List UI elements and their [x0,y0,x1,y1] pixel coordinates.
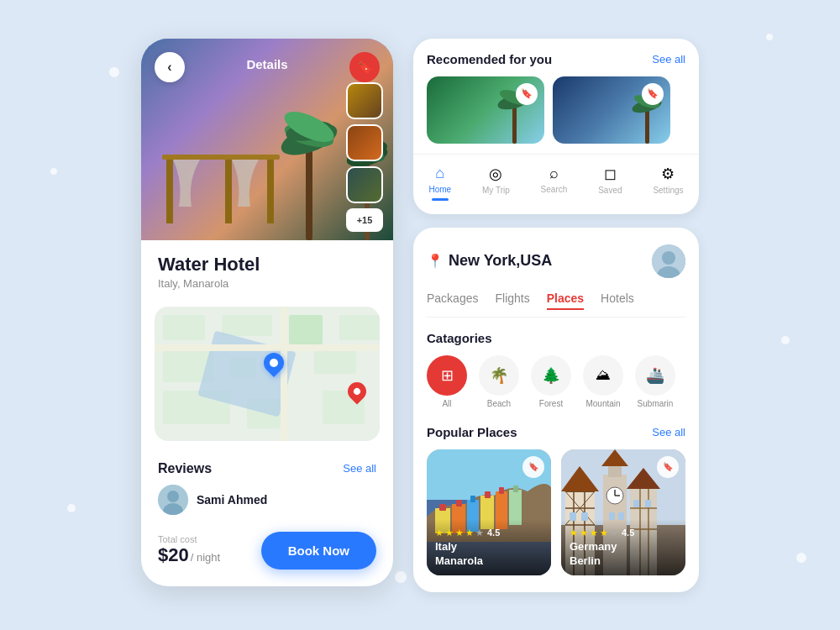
hero-save-button[interactable]: 🔖 [349,52,380,82]
rec-save-2[interactable]: 🔖 [642,83,664,105]
settings-icon: ⚙ [661,165,675,183]
tab-packages[interactable]: Packages [427,291,478,310]
bottom-nav: ⌂ Home ◎ My Trip ⌕ Search ◻ Saved ⚙ [413,154,699,207]
nav-search-label: Search [541,185,568,194]
reviews-title: Reviews [158,461,212,476]
location-pin-icon: 📍 [427,253,444,269]
popular-title: Popular Places [427,425,517,439]
recommended-images: 🔖 🔖 [413,76,699,154]
place-cards-row: 🔖 ★ ★ ★ ★ ★ 4.5 ItalyManarola [427,449,685,575]
italy-save-badge[interactable]: 🔖 [522,456,544,478]
details-label: Details [246,57,287,71]
svg-rect-68 [633,500,639,507]
user-avatar[interactable] [652,244,685,278]
search-icon: ⌕ [549,165,559,182]
thumb-more[interactable]: +15 [346,208,383,232]
tab-flights[interactable]: Flights [495,291,529,310]
reviewer-name: Sami Ahmed [197,493,267,507]
place-card-germany[interactable]: 🔖 ★ ★ ★ ★ ★ 4.5 GermanyBerlin [561,449,685,575]
cat-beach[interactable]: 🌴 Beach [479,355,519,408]
italy-place-name: ItalyManarola [435,540,543,569]
nav-settings[interactable]: ⚙ Settings [646,161,690,204]
germany-save-badge[interactable]: 🔖 [657,456,679,478]
cat-forest[interactable]: 🌲 Forest [531,355,571,408]
categories-row: ⊞ All 🌴 Beach 🌲 Forest ⛰ Mountain 🚢 [427,355,685,408]
rec-image-1[interactable]: 🔖 [427,76,544,144]
nav-mytrip[interactable]: ◎ My Trip [475,161,517,204]
map-section[interactable] [155,307,380,441]
cat-all[interactable]: ⊞ All [427,355,467,408]
germany-stars: ★ ★ ★ ★ ★ 4.5 [570,528,677,538]
home-icon: ⌂ [435,165,444,182]
nav-search[interactable]: ⌕ Search [534,161,575,204]
cabana-structure [158,139,326,223]
svg-rect-12 [162,155,280,160]
hotel-location: Italy, Manarola [158,277,376,290]
italy-rating: 4.5 [487,528,500,538]
svg-rect-52 [608,465,622,477]
svg-point-23 [662,251,675,265]
nav-home-label: Home [428,185,451,194]
categories-title: Catagories [427,331,685,345]
germany-overlay: ★ ★ ★ ★ ★ 4.5 GermanyBerlin [561,519,685,575]
svg-rect-38 [513,486,518,492]
nav-active-indicator [432,198,449,201]
nav-saved-label: Saved [598,186,622,195]
svg-rect-30 [456,500,462,507]
svg-point-14 [167,491,179,502]
cat-forest-icon: 🌲 [531,355,571,396]
cat-mountain-icon: ⛰ [583,355,623,396]
svg-rect-10 [225,156,232,223]
cat-submarine[interactable]: 🚢 Submarin [635,355,675,408]
reviews-see-all[interactable]: See all [343,462,376,475]
svg-rect-11 [267,156,274,223]
price-value: $20 [158,544,189,566]
tabs-row: Packages Flights Places Hotels [427,291,685,318]
svg-rect-32 [470,496,475,502]
nav-card: Recomended for you See all 🔖 [413,39,699,214]
thumb-2[interactable] [346,124,383,161]
italy-stars: ★ ★ ★ ★ ★ 4.5 [435,528,543,538]
hotel-detail-panel: ‹ Details 🔖 +15 Water Hotel Italy, Manar… [141,39,393,586]
back-button[interactable]: ‹ [155,52,185,82]
thumb-3[interactable] [346,166,383,203]
hotel-name: Water Hotel [158,254,376,276]
location-name: New York,USA [449,252,552,270]
right-panel: Recomended for you See all 🔖 [413,39,699,592]
nav-saved[interactable]: ◻ Saved [591,161,628,204]
cat-submarine-icon: 🚢 [635,355,675,396]
cat-submarine-label: Submarin [638,399,674,408]
thumbnail-stack: +15 [346,82,383,232]
svg-rect-28 [439,504,446,511]
reviewer-row: Sami Ahmed [158,485,376,515]
recommended-title: Recomended for you [427,52,552,66]
cat-beach-icon: 🌴 [479,355,519,396]
svg-rect-34 [485,491,491,498]
thumb-1[interactable] [346,82,383,119]
cat-all-icon: ⊞ [427,355,467,396]
price-per: / night [191,551,220,564]
recommended-see-all[interactable]: See all [652,53,685,66]
nav-settings-label: Settings [653,186,683,195]
cat-mountain[interactable]: ⛰ Mountain [583,355,623,408]
reviews-section: Reviews See all Sami Ahmed [141,451,393,522]
nav-home[interactable]: ⌂ Home [422,161,458,204]
tab-hotels[interactable]: Hotels [601,291,634,310]
svg-rect-9 [166,156,173,223]
rec-image-2[interactable]: 🔖 [553,76,670,144]
rec-save-1[interactable]: 🔖 [516,83,538,105]
svg-rect-36 [499,487,504,494]
popular-see-all[interactable]: See all [652,426,685,438]
saved-icon: ◻ [604,165,617,183]
explore-card: 📍 New York,USA Packages Flights Places H… [413,228,699,592]
place-card-italy[interactable]: 🔖 ★ ★ ★ ★ ★ 4.5 ItalyManarola [427,449,551,575]
cat-beach-label: Beach [487,399,511,408]
italy-overlay: ★ ★ ★ ★ ★ 4.5 ItalyManarola [427,519,551,575]
hotel-hero-image: ‹ Details 🔖 +15 [141,39,393,240]
germany-place-name: GermanyBerlin [570,540,677,569]
germany-rating: 4.5 [622,528,634,538]
book-now-button[interactable]: Book Now [261,532,376,570]
mytrip-icon: ◎ [489,165,502,183]
booking-bar: Total cost $20 / night Book Now [141,522,393,586]
tab-places[interactable]: Places [547,291,584,310]
